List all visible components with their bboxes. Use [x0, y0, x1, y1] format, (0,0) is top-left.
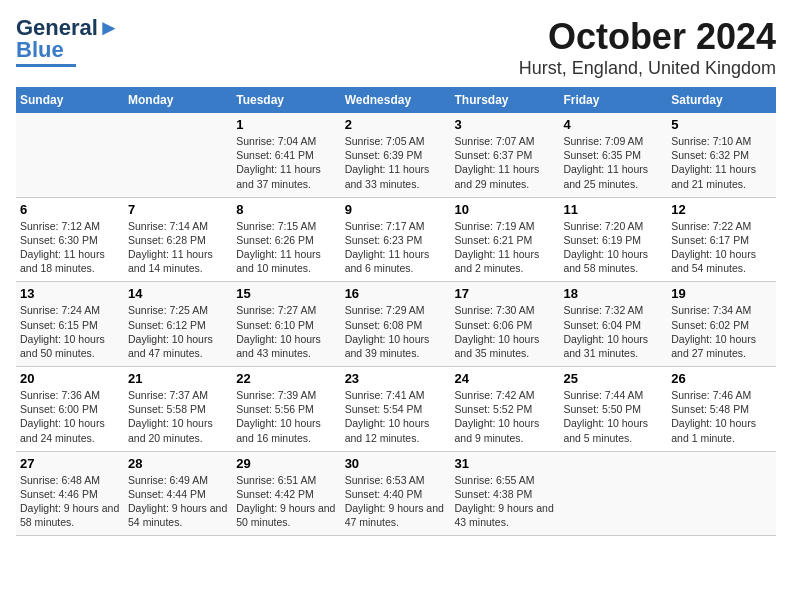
- calendar-cell: 31Sunrise: 6:55 AM Sunset: 4:38 PM Dayli…: [451, 451, 560, 536]
- day-info: Sunrise: 7:46 AM Sunset: 5:48 PM Dayligh…: [671, 389, 756, 444]
- day-number: 25: [563, 371, 663, 386]
- day-info: Sunrise: 7:25 AM Sunset: 6:12 PM Dayligh…: [128, 304, 213, 359]
- day-info: Sunrise: 7:30 AM Sunset: 6:06 PM Dayligh…: [455, 304, 540, 359]
- day-number: 2: [345, 117, 447, 132]
- calendar-cell: 28Sunrise: 6:49 AM Sunset: 4:44 PM Dayli…: [124, 451, 232, 536]
- day-info: Sunrise: 7:41 AM Sunset: 5:54 PM Dayligh…: [345, 389, 430, 444]
- day-info: Sunrise: 7:44 AM Sunset: 5:50 PM Dayligh…: [563, 389, 648, 444]
- day-info: Sunrise: 7:20 AM Sunset: 6:19 PM Dayligh…: [563, 220, 648, 275]
- logo-blue: Blue: [16, 38, 64, 62]
- day-number: 13: [20, 286, 120, 301]
- header-sunday: Sunday: [16, 87, 124, 113]
- day-info: Sunrise: 7:17 AM Sunset: 6:23 PM Dayligh…: [345, 220, 430, 275]
- day-number: 27: [20, 456, 120, 471]
- day-info: Sunrise: 6:53 AM Sunset: 4:40 PM Dayligh…: [345, 474, 444, 529]
- day-number: 16: [345, 286, 447, 301]
- day-number: 3: [455, 117, 556, 132]
- calendar-cell: 20Sunrise: 7:36 AM Sunset: 6:00 PM Dayli…: [16, 367, 124, 452]
- calendar-cell: 17Sunrise: 7:30 AM Sunset: 6:06 PM Dayli…: [451, 282, 560, 367]
- day-number: 24: [455, 371, 556, 386]
- calendar-cell: 3Sunrise: 7:07 AM Sunset: 6:37 PM Daylig…: [451, 113, 560, 197]
- header-monday: Monday: [124, 87, 232, 113]
- calendar-cell: 16Sunrise: 7:29 AM Sunset: 6:08 PM Dayli…: [341, 282, 451, 367]
- calendar-week-row: 20Sunrise: 7:36 AM Sunset: 6:00 PM Dayli…: [16, 367, 776, 452]
- day-info: Sunrise: 7:36 AM Sunset: 6:00 PM Dayligh…: [20, 389, 105, 444]
- calendar-cell: [124, 113, 232, 197]
- calendar-cell: 8Sunrise: 7:15 AM Sunset: 6:26 PM Daylig…: [232, 197, 340, 282]
- day-info: Sunrise: 6:49 AM Sunset: 4:44 PM Dayligh…: [128, 474, 227, 529]
- calendar-cell: 7Sunrise: 7:14 AM Sunset: 6:28 PM Daylig…: [124, 197, 232, 282]
- day-info: Sunrise: 7:10 AM Sunset: 6:32 PM Dayligh…: [671, 135, 756, 190]
- calendar-cell: 27Sunrise: 6:48 AM Sunset: 4:46 PM Dayli…: [16, 451, 124, 536]
- calendar-cell: 14Sunrise: 7:25 AM Sunset: 6:12 PM Dayli…: [124, 282, 232, 367]
- day-info: Sunrise: 7:24 AM Sunset: 6:15 PM Dayligh…: [20, 304, 105, 359]
- day-number: 28: [128, 456, 228, 471]
- day-number: 6: [20, 202, 120, 217]
- calendar-week-row: 13Sunrise: 7:24 AM Sunset: 6:15 PM Dayli…: [16, 282, 776, 367]
- day-number: 4: [563, 117, 663, 132]
- day-number: 18: [563, 286, 663, 301]
- calendar-cell: 23Sunrise: 7:41 AM Sunset: 5:54 PM Dayli…: [341, 367, 451, 452]
- day-number: 1: [236, 117, 336, 132]
- logo-underline: [16, 64, 76, 67]
- calendar-week-row: 1Sunrise: 7:04 AM Sunset: 6:41 PM Daylig…: [16, 113, 776, 197]
- day-info: Sunrise: 6:51 AM Sunset: 4:42 PM Dayligh…: [236, 474, 335, 529]
- day-number: 17: [455, 286, 556, 301]
- day-info: Sunrise: 7:34 AM Sunset: 6:02 PM Dayligh…: [671, 304, 756, 359]
- title-block: October 2024 Hurst, England, United King…: [519, 16, 776, 79]
- day-number: 9: [345, 202, 447, 217]
- header-tuesday: Tuesday: [232, 87, 340, 113]
- calendar-cell: 12Sunrise: 7:22 AM Sunset: 6:17 PM Dayli…: [667, 197, 776, 282]
- day-info: Sunrise: 7:12 AM Sunset: 6:30 PM Dayligh…: [20, 220, 105, 275]
- calendar-cell: 25Sunrise: 7:44 AM Sunset: 5:50 PM Dayli…: [559, 367, 667, 452]
- logo: General► Blue: [16, 16, 120, 67]
- day-info: Sunrise: 7:27 AM Sunset: 6:10 PM Dayligh…: [236, 304, 321, 359]
- calendar-cell: 24Sunrise: 7:42 AM Sunset: 5:52 PM Dayli…: [451, 367, 560, 452]
- calendar-cell: 15Sunrise: 7:27 AM Sunset: 6:10 PM Dayli…: [232, 282, 340, 367]
- day-info: Sunrise: 7:39 AM Sunset: 5:56 PM Dayligh…: [236, 389, 321, 444]
- day-number: 22: [236, 371, 336, 386]
- day-info: Sunrise: 7:15 AM Sunset: 6:26 PM Dayligh…: [236, 220, 321, 275]
- day-info: Sunrise: 7:22 AM Sunset: 6:17 PM Dayligh…: [671, 220, 756, 275]
- calendar-cell: [16, 113, 124, 197]
- day-number: 20: [20, 371, 120, 386]
- page-header: General► Blue October 2024 Hurst, Englan…: [16, 16, 776, 79]
- day-info: Sunrise: 7:42 AM Sunset: 5:52 PM Dayligh…: [455, 389, 540, 444]
- location-subtitle: Hurst, England, United Kingdom: [519, 58, 776, 79]
- day-number: 14: [128, 286, 228, 301]
- calendar-cell: [667, 451, 776, 536]
- calendar-header-row: SundayMondayTuesdayWednesdayThursdayFrid…: [16, 87, 776, 113]
- day-info: Sunrise: 7:32 AM Sunset: 6:04 PM Dayligh…: [563, 304, 648, 359]
- calendar-cell: 11Sunrise: 7:20 AM Sunset: 6:19 PM Dayli…: [559, 197, 667, 282]
- calendar-cell: 22Sunrise: 7:39 AM Sunset: 5:56 PM Dayli…: [232, 367, 340, 452]
- header-saturday: Saturday: [667, 87, 776, 113]
- day-info: Sunrise: 7:04 AM Sunset: 6:41 PM Dayligh…: [236, 135, 321, 190]
- header-wednesday: Wednesday: [341, 87, 451, 113]
- calendar-cell: [559, 451, 667, 536]
- calendar-cell: 4Sunrise: 7:09 AM Sunset: 6:35 PM Daylig…: [559, 113, 667, 197]
- day-info: Sunrise: 7:37 AM Sunset: 5:58 PM Dayligh…: [128, 389, 213, 444]
- day-number: 11: [563, 202, 663, 217]
- calendar-week-row: 6Sunrise: 7:12 AM Sunset: 6:30 PM Daylig…: [16, 197, 776, 282]
- calendar-week-row: 27Sunrise: 6:48 AM Sunset: 4:46 PM Dayli…: [16, 451, 776, 536]
- calendar-cell: 10Sunrise: 7:19 AM Sunset: 6:21 PM Dayli…: [451, 197, 560, 282]
- day-number: 29: [236, 456, 336, 471]
- header-thursday: Thursday: [451, 87, 560, 113]
- calendar-cell: 30Sunrise: 6:53 AM Sunset: 4:40 PM Dayli…: [341, 451, 451, 536]
- day-number: 12: [671, 202, 772, 217]
- day-number: 31: [455, 456, 556, 471]
- calendar-cell: 6Sunrise: 7:12 AM Sunset: 6:30 PM Daylig…: [16, 197, 124, 282]
- calendar-cell: 18Sunrise: 7:32 AM Sunset: 6:04 PM Dayli…: [559, 282, 667, 367]
- calendar-table: SundayMondayTuesdayWednesdayThursdayFrid…: [16, 87, 776, 536]
- day-number: 15: [236, 286, 336, 301]
- day-info: Sunrise: 6:48 AM Sunset: 4:46 PM Dayligh…: [20, 474, 119, 529]
- day-number: 5: [671, 117, 772, 132]
- day-number: 26: [671, 371, 772, 386]
- day-number: 30: [345, 456, 447, 471]
- calendar-cell: 2Sunrise: 7:05 AM Sunset: 6:39 PM Daylig…: [341, 113, 451, 197]
- day-info: Sunrise: 7:29 AM Sunset: 6:08 PM Dayligh…: [345, 304, 430, 359]
- header-friday: Friday: [559, 87, 667, 113]
- day-info: Sunrise: 7:09 AM Sunset: 6:35 PM Dayligh…: [563, 135, 648, 190]
- day-number: 8: [236, 202, 336, 217]
- day-info: Sunrise: 7:07 AM Sunset: 6:37 PM Dayligh…: [455, 135, 540, 190]
